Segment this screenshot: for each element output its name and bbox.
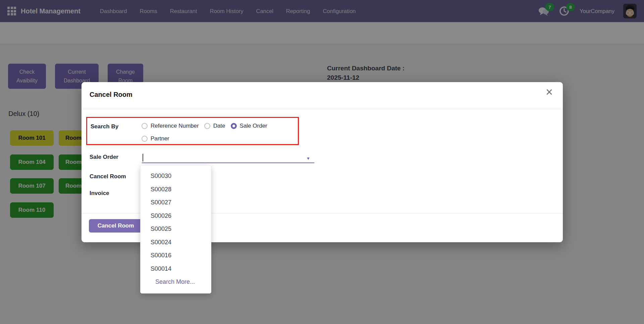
hotel-management-app: Hotel Management Dashboard Rooms Restaur… xyxy=(0,0,644,324)
cancel-room-field-label: Cancel Room xyxy=(90,173,126,180)
sale-order-input[interactable]: ▼ xyxy=(142,152,314,163)
radio-reference-number[interactable]: Reference Number xyxy=(142,123,199,129)
text-cursor xyxy=(143,154,143,161)
cancel-room-submit-button[interactable]: Cancel Room xyxy=(89,219,143,233)
search-more-link[interactable]: Search More... xyxy=(141,275,211,289)
dropdown-item[interactable]: S00024 xyxy=(141,236,211,249)
dropdown-item[interactable]: S00027 xyxy=(141,196,211,209)
radio-date[interactable]: Date xyxy=(204,123,225,129)
dropdown-item[interactable]: S00016 xyxy=(141,249,211,262)
dropdown-caret-icon[interactable]: ▼ xyxy=(306,156,310,161)
sale-order-field-label: Sale Order xyxy=(90,154,118,160)
radio-sale-order-selected[interactable]: Sale Order xyxy=(231,123,267,129)
search-by-group-highlighted: Search By Reference Number Date xyxy=(86,117,299,145)
dropdown-item[interactable]: S00028 xyxy=(141,183,211,196)
dropdown-item[interactable]: S00026 xyxy=(141,209,211,223)
dropdown-item[interactable]: S00030 xyxy=(141,170,211,183)
dropdown-item[interactable]: S00025 xyxy=(141,222,211,236)
radio-circle-icon xyxy=(142,136,148,142)
modal-header: Cancel Room × xyxy=(82,82,563,109)
close-icon[interactable]: × xyxy=(546,86,553,98)
sale-order-dropdown: S00030 S00028 S00027 S00026 S00025 S0002… xyxy=(140,165,211,294)
radio-circle-icon xyxy=(204,123,210,129)
search-by-options: Reference Number Date Sale Order xyxy=(142,120,267,144)
search-by-label: Search By xyxy=(91,120,142,144)
radio-partner[interactable]: Partner xyxy=(142,135,169,142)
dropdown-item[interactable]: S00014 xyxy=(141,262,211,276)
invoice-field-label: Invoice xyxy=(90,190,109,197)
modal-title: Cancel Room xyxy=(90,91,132,99)
radio-circle-icon xyxy=(142,123,148,129)
radio-checked-icon xyxy=(231,123,237,129)
